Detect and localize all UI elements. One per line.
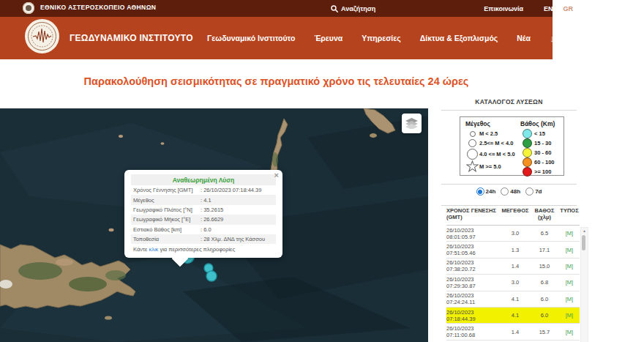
table-row-highlighted: 26/10/2023 07:18:44.39 4.1 6.0 [M] (446, 308, 580, 324)
depth-yellow-dot-icon (523, 148, 532, 157)
header-magnitude: ΜΕΓΕΘΟΣ (501, 207, 530, 222)
divider (441, 205, 577, 206)
header-type: ΤΥΠΟΣ (559, 207, 580, 222)
table-row: 26/10/2023 07:29:30.87 3.0 6.8 [M] (446, 275, 580, 291)
magnitude-small-circle-icon (470, 131, 476, 137)
depth-red-dot-icon (523, 167, 532, 176)
events-table-header: ΧΡΟΝΟΣ ΓΕΝΕΣΗΣ (GMT) ΜΕΓΕΘΟΣ ΒΑΘΟΣ (χλμ)… (446, 207, 580, 226)
depth-orange-dot-icon (523, 157, 532, 167)
popup-row-depth: Εστιακό Βάθος [km] : 6.0 (131, 225, 276, 234)
search-button[interactable]: Αναζήτηση (331, 5, 375, 12)
event-type-link[interactable]: [M] (566, 329, 573, 335)
event-type-link[interactable]: [M] (566, 279, 573, 286)
search-icon (331, 5, 338, 12)
divider (441, 110, 577, 111)
divider (441, 184, 577, 185)
observatory-name: ΕΘΝΙΚΟ ΑΣΤΕΡΟΣΚΟΠΕΙΟ ΑΘΗΝΩΝ (40, 4, 156, 11)
popup-row-latitude: Γεωγραφικό Πλάτος [°N] : 35.2615 (131, 205, 276, 215)
event-type-link[interactable]: [M] (566, 312, 573, 319)
legend-depth-item: 15 - 30 (520, 138, 555, 148)
magnitude-large-circle-icon (467, 149, 478, 160)
scroll-up-icon[interactable]: ▲ (581, 228, 588, 234)
event-type-link[interactable]: [M] (566, 230, 573, 237)
table-scrollbar[interactable]: ▲ (580, 227, 588, 342)
search-label: Αναζήτηση (341, 5, 375, 12)
filter-48h[interactable]: 48h (501, 187, 520, 196)
table-row: 26/10/2023 07:11:00.68 1.4 15.7 [M] (446, 324, 580, 340)
popup-row-time: Χρόνος Γέννησης [GMT] : 26/10/2023 07:18… (131, 185, 276, 195)
popup-title: Αναθεωρημένη Λύση (131, 174, 276, 185)
scrollbar-thumb[interactable] (582, 235, 585, 250)
legend-magnitude-item: M < 2.5 (465, 129, 515, 138)
event-type-link[interactable]: [M] (566, 247, 573, 253)
nav-item-institute[interactable]: Γεωδυναμικό Ινστιτούτο (207, 34, 295, 42)
popup-row-magnitude: Μέγεθος : 4.1 (131, 195, 276, 204)
popup-footer: Κάντε κλικ για περισσότερες πληροφορίες (131, 244, 276, 253)
popup-row-location: Τοποθεσία : 28 Χλμ. ΔΝΔ της Κάσσου (131, 234, 276, 244)
legend-depth-item: < 15 (520, 129, 555, 138)
filter-7d[interactable]: 7d (525, 187, 542, 196)
events-table: ΧΡΟΝΟΣ ΓΕΝΕΣΗΣ (GMT) ΜΕΓΕΘΟΣ ΒΑΘΟΣ (χλμ)… (446, 207, 580, 341)
filter-24h[interactable]: 24h (476, 187, 496, 196)
legend-depth-item: 30 - 60 (520, 148, 555, 157)
legend-depth-title: Βάθος (Km) (520, 120, 555, 127)
close-icon[interactable]: × (274, 171, 279, 179)
table-row: 26/10/2023 08:01:05.97 3.0 6.5 [M] (446, 226, 580, 242)
legend-magnitude-item: 4.0 <= M < 5.0 (465, 148, 515, 160)
map-layers-button[interactable] (402, 114, 422, 133)
map-legend: Μέγεθος M < 2.5 2.5<= M < 4.0 4.0 <= M <… (460, 116, 564, 176)
radio-48h-icon[interactable] (501, 187, 509, 196)
legend-magnitude-title: Μέγεθος (465, 120, 515, 127)
popup-more-info-link[interactable]: κλικ (149, 246, 158, 253)
table-row: 26/10/2023 07:24:24.11 4.1 6.0 [M] (446, 291, 580, 308)
institute-name: ΓΕΩΔΥΝΑΜΙΚΟ ΙΝΣΤΙΤΟΥΤΟ (70, 33, 193, 43)
table-row: 26/10/2023 07:38:20.72 1.4 15.0 [M] (446, 259, 580, 275)
legend-magnitude-item: M >= 5.0 (465, 160, 515, 173)
legend-depth-item: >= 100 (520, 167, 555, 176)
observatory-logo (23, 2, 34, 14)
event-type-link[interactable]: [M] (566, 263, 573, 269)
nav-item-services[interactable]: Υπηρεσίες (362, 34, 400, 42)
catalog-title: ΚΑΤΑΛΟΓΟΣ ΛΥΣΕΩΝ (438, 98, 580, 105)
header-depth: ΒΑΘΟΣ (χλμ) (530, 207, 559, 222)
nav-item-research[interactable]: Έρευνα (314, 34, 342, 42)
layers-icon (405, 118, 418, 129)
star-icon (466, 160, 479, 172)
page: ΕΘΝΙΚΟ ΑΣΤΕΡΟΣΚΟΠΕΙΟ ΑΘΗΝΩΝ Αναζήτηση Επ… (0, 0, 644, 342)
depth-cyan-dot-icon (523, 129, 532, 138)
popup-row-longitude: Γεωγραφικό Μήκος [°E] : 26.6629 (131, 215, 276, 224)
legend-magnitude-item: 2.5<= M < 4.0 (465, 138, 515, 148)
legend-depth-item: 60 - 100 (520, 157, 555, 167)
radio-24h-icon[interactable] (476, 187, 484, 196)
institute-seal-logo (25, 19, 59, 53)
magnitude-medium-circle-icon (468, 139, 476, 147)
depth-green-dot-icon (523, 138, 532, 148)
seismicity-map[interactable]: × Αναθεωρημένη Λύση Χρόνος Γέννησης [GMT… (0, 108, 428, 342)
event-popup: × Αναθεωρημένη Λύση Χρόνος Γέννησης [GMT… (124, 170, 282, 258)
header-time: ΧΡΟΝΟΣ ΓΕΝΕΣΗΣ (GMT) (446, 207, 501, 222)
radio-7d-icon[interactable] (525, 187, 533, 196)
table-row: 26/10/2023 07:51:05.46 1.3 17.1 [M] (446, 242, 580, 258)
time-range-filters: 24h 48h 7d (438, 187, 580, 196)
earthquake-marker (206, 271, 217, 281)
solutions-sidebar: ΚΑΤΑΛΟΓΟΣ ΛΥΣΕΩΝ Μέγεθος M < 2.5 2.5<= M… (438, 0, 580, 342)
event-type-link[interactable]: [M] (566, 296, 573, 302)
